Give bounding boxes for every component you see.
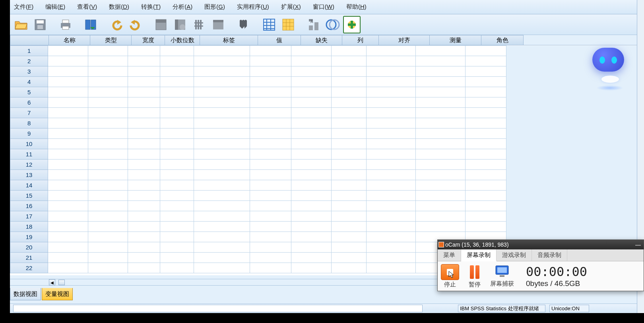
grid-cell[interactable] — [48, 66, 88, 77]
grid-cell[interactable] — [194, 77, 250, 87]
grid-cell[interactable] — [48, 128, 88, 139]
grid-cell[interactable] — [160, 87, 194, 97]
row-header[interactable]: 19 — [10, 232, 48, 242]
grid-cell[interactable] — [466, 56, 506, 66]
row-header[interactable]: 5 — [10, 87, 48, 97]
grid-cell[interactable] — [88, 56, 128, 66]
recorder-stop-button[interactable] — [441, 264, 459, 280]
grid-cell[interactable] — [250, 222, 291, 232]
grid-cell[interactable] — [160, 149, 194, 160]
grid-cell[interactable] — [331, 201, 367, 211]
grid-cell[interactable] — [250, 128, 291, 139]
grid-cell[interactable] — [128, 263, 160, 273]
grid-cell[interactable] — [415, 56, 465, 66]
save-button[interactable] — [31, 16, 49, 33]
grid-cell[interactable] — [367, 170, 416, 180]
grid-cell[interactable] — [128, 97, 160, 108]
grid-cell[interactable] — [250, 201, 291, 211]
grid-cell[interactable] — [466, 149, 506, 160]
grid-cell[interactable] — [128, 180, 160, 191]
grid-cell[interactable] — [128, 56, 160, 66]
grid-cell[interactable] — [250, 118, 291, 128]
grid-cell[interactable] — [88, 87, 128, 97]
grid-cell[interactable] — [250, 77, 291, 87]
grid-cell[interactable] — [415, 149, 465, 160]
grid-cell[interactable] — [48, 242, 88, 253]
grid-cell[interactable] — [367, 108, 416, 118]
grid-cell[interactable] — [291, 160, 331, 170]
grid-cell[interactable] — [194, 180, 250, 191]
row-header[interactable]: 11 — [10, 149, 48, 160]
grid-cell[interactable] — [331, 87, 367, 97]
grid-cell[interactable] — [415, 46, 465, 56]
redo-button[interactable] — [127, 16, 144, 33]
grid-cell[interactable] — [48, 87, 88, 97]
grid-cell[interactable] — [250, 46, 291, 56]
grid-cell[interactable] — [88, 66, 128, 77]
split-file-button[interactable] — [260, 16, 278, 33]
grid-cell[interactable] — [291, 201, 331, 211]
grid-cell[interactable] — [160, 118, 194, 128]
grid-cell[interactable] — [88, 149, 128, 160]
grid-cell[interactable] — [291, 222, 331, 232]
grid-cell[interactable] — [160, 201, 194, 211]
col-header-measure[interactable]: 测量 — [430, 35, 481, 45]
grid-cell[interactable] — [160, 180, 194, 191]
grid-cell[interactable] — [466, 191, 506, 201]
grid-cell[interactable] — [466, 139, 506, 149]
grid-cell[interactable] — [160, 170, 194, 180]
grid-cell[interactable] — [194, 149, 250, 160]
grid-cell[interactable] — [466, 77, 506, 87]
row-header[interactable]: 14 — [10, 180, 48, 191]
grid-cell[interactable] — [331, 97, 367, 108]
row-header[interactable]: 21 — [10, 253, 48, 263]
grid-cell[interactable] — [88, 77, 128, 87]
scroll-thumb[interactable] — [58, 280, 65, 285]
grid-cell[interactable] — [291, 263, 331, 273]
grid-cell[interactable] — [250, 170, 291, 180]
grid-cell[interactable] — [128, 46, 160, 56]
col-header-decimals[interactable]: 小数位数 — [165, 35, 200, 45]
grid-cell[interactable] — [367, 160, 416, 170]
grid-corner[interactable] — [10, 35, 49, 45]
grid-cell[interactable] — [367, 180, 416, 191]
recorder-titlebar[interactable]: oCam (15, 36, 1891, 983) — — [438, 240, 644, 249]
grid-cell[interactable] — [367, 66, 416, 77]
col-header-role[interactable]: 角色 — [481, 35, 524, 45]
col-header-columns[interactable]: 列 — [342, 35, 379, 45]
grid-cell[interactable] — [88, 128, 128, 139]
grid-cell[interactable] — [291, 108, 331, 118]
grid-cell[interactable] — [250, 160, 291, 170]
variables-button[interactable] — [190, 16, 208, 33]
grid-cell[interactable] — [160, 66, 194, 77]
menu-file[interactable]: 文件(F) — [11, 2, 42, 12]
grid-cell[interactable] — [160, 77, 194, 87]
recall-dialog-button[interactable] — [82, 16, 100, 33]
undo-button[interactable] — [108, 16, 125, 33]
grid-cell[interactable] — [250, 66, 291, 77]
grid-cell[interactable] — [466, 46, 506, 56]
grid-cell[interactable] — [48, 139, 88, 149]
grid-cell[interactable] — [128, 253, 160, 263]
grid-cell[interactable] — [128, 77, 160, 87]
recorder-tab-game[interactable]: 游戏录制 — [497, 249, 532, 261]
grid-cell[interactable] — [128, 222, 160, 232]
grid-cell[interactable] — [466, 211, 506, 222]
grid-cell[interactable] — [250, 211, 291, 222]
grid-cell[interactable] — [466, 201, 506, 211]
grid-cell[interactable] — [250, 56, 291, 66]
row-header[interactable]: 17 — [10, 211, 48, 222]
menu-edit[interactable]: 编辑(E) — [42, 2, 74, 12]
menu-utilities[interactable]: 实用程序(U) — [234, 2, 278, 12]
grid-cell[interactable] — [331, 253, 367, 263]
menu-analyze[interactable]: 分析(A) — [169, 2, 201, 12]
grid-cell[interactable] — [48, 180, 88, 191]
grid-cell[interactable] — [415, 170, 465, 180]
grid-cell[interactable] — [291, 170, 331, 180]
menu-data[interactable]: 数据(D) — [106, 2, 138, 12]
grid-cell[interactable] — [291, 46, 331, 56]
grid-cell[interactable] — [367, 263, 416, 273]
grid-cell[interactable] — [128, 87, 160, 97]
recorder-pause-button[interactable] — [470, 264, 479, 280]
grid-cell[interactable] — [194, 263, 250, 273]
